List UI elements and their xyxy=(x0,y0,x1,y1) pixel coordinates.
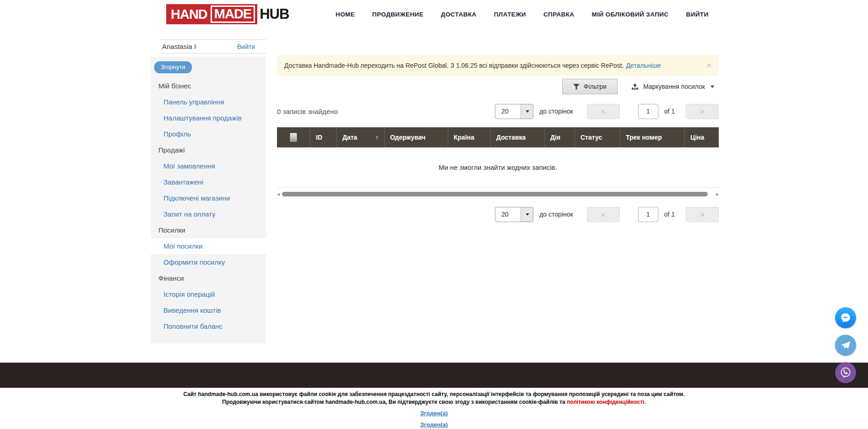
notice-text: Доставка Handmade-Hub переходить на RePo… xyxy=(284,62,624,69)
sidebar-item-withdraw-funds[interactable]: Виведення коштів xyxy=(151,302,266,318)
upload-icon xyxy=(631,83,639,90)
page-input-top[interactable] xyxy=(638,104,658,119)
caret-down-icon xyxy=(521,207,533,222)
column-header-select-all[interactable] xyxy=(277,127,310,147)
user-name: Anastasia I xyxy=(162,43,196,50)
scroll-right-icon[interactable]: ▸ xyxy=(716,191,719,197)
logo-hand: HAND xyxy=(171,7,207,22)
sidebar-item-my-orders[interactable]: Мої замовлення xyxy=(151,158,266,174)
close-icon[interactable]: × xyxy=(706,61,711,70)
viber-button[interactable] xyxy=(835,362,856,383)
scrollbar-track[interactable] xyxy=(282,192,714,196)
messenger-icon xyxy=(840,312,852,324)
filters-button-label: Фільтри xyxy=(584,83,607,90)
sidebar: Згорнути Мій бізнес Панель управління На… xyxy=(151,57,266,343)
column-header-track-number[interactable]: Трек номер xyxy=(620,127,685,147)
agree-link-1[interactable]: Згоден(а) xyxy=(420,409,448,417)
page-input-bottom[interactable] xyxy=(638,207,658,222)
sidebar-item-profile[interactable]: Профіль xyxy=(151,126,266,142)
nav-item-promotion[interactable]: ПРОДВИЖЕНИЕ xyxy=(372,11,423,18)
page-of-label: of 1 xyxy=(664,211,675,218)
per-page-label: до сторінок xyxy=(539,108,573,115)
collapse-sidebar-button[interactable]: Згорнути xyxy=(154,61,192,73)
left-column: Anastasia I Вийти Згорнути Мій бізнес Па… xyxy=(151,29,266,343)
nav-item-logout[interactable]: ВИЙТИ xyxy=(686,11,709,18)
sidebar-item-create-parcel[interactable]: Оформити посилку xyxy=(151,254,266,270)
prev-page-button-bottom[interactable]: < xyxy=(587,207,620,222)
sidebar-item-sales-settings[interactable]: Налаштування продажів xyxy=(151,110,266,126)
viber-icon xyxy=(839,366,852,379)
column-header-price[interactable]: Ціна xyxy=(685,127,719,147)
sidebar-item-top-up-balance[interactable]: Поповнити баланс xyxy=(151,318,266,334)
sidebar-item-connected-shops[interactable]: Підключені магазини xyxy=(151,190,266,206)
toolbar: Фільтри Маркування посилок xyxy=(277,79,719,94)
caret-down-icon xyxy=(521,104,533,119)
parcels-table-body: Ми не змогли знайти жодних записів. xyxy=(277,147,719,188)
parcel-marking-dropdown[interactable]: Маркування посилок xyxy=(631,83,714,90)
page-of-label: of 1 xyxy=(664,108,675,115)
chevron-down-icon xyxy=(711,86,714,88)
cookie-notice: Сайт handmade-hub.com.ua використовує фа… xyxy=(0,391,868,429)
page-size-select-bottom[interactable]: 20 xyxy=(495,207,533,222)
scrollbar-thumb[interactable] xyxy=(282,192,708,196)
prev-page-button-top[interactable]: < xyxy=(587,104,620,119)
logo-hub: HUB xyxy=(257,4,289,24)
logout-link[interactable]: Вийти xyxy=(237,43,255,50)
sort-asc-icon[interactable]: ↑ xyxy=(375,134,379,141)
column-header-status[interactable]: Статус xyxy=(575,127,620,147)
next-page-button-bottom[interactable]: > xyxy=(686,207,719,222)
footer-bar xyxy=(0,363,868,388)
sidebar-item-my-parcels[interactable]: Мої посилки xyxy=(151,238,266,254)
sidebar-item-payment-request[interactable]: Запит на оплату xyxy=(151,206,266,222)
horizontal-scrollbar: ◂ ▸ xyxy=(277,191,719,197)
cookie-line-1: Сайт handmade-hub.com.ua використовує фа… xyxy=(0,391,868,398)
top-header: HAND MADE HUB HOME ПРОДВИЖЕНИЕ ДОСТАВКА … xyxy=(0,0,868,29)
column-header-country[interactable]: Країна xyxy=(448,127,491,147)
pagination-bottom-row: 20 до сторінок < of 1 > xyxy=(277,206,719,222)
nav-item-help[interactable]: СПРАВКА xyxy=(543,11,575,18)
nav-item-home[interactable]: HOME xyxy=(336,11,355,18)
agree-link-2[interactable]: Згоден(а) xyxy=(420,421,448,429)
main-nav: HOME ПРОДВИЖЕНИЕ ДОСТАВКА ПЛАТЕЖИ СПРАВК… xyxy=(336,0,709,29)
nav-item-delivery[interactable]: ДОСТАВКА xyxy=(441,11,477,18)
telegram-button[interactable] xyxy=(835,335,856,356)
cookie-line-2: Продовжуючи користуватися сайтом handmad… xyxy=(0,398,868,406)
sidebar-section-sales: Продажі xyxy=(151,142,266,158)
filter-icon xyxy=(573,84,580,90)
cookie-line-2-text: Продовжуючи користуватися сайтом handmad… xyxy=(222,399,567,405)
privacy-policy-link[interactable]: політикою конфіденційності. xyxy=(567,399,646,405)
next-page-button-top[interactable]: > xyxy=(686,104,719,119)
page-size-select-top[interactable]: 20 xyxy=(495,104,533,119)
notice-details-link[interactable]: Детальніше xyxy=(626,62,661,69)
sidebar-item-uploaded[interactable]: Завантажені xyxy=(151,174,266,190)
telegram-icon xyxy=(840,339,852,351)
sidebar-item-dashboard[interactable]: Панель управління xyxy=(151,94,266,110)
pagination-top: 20 до сторінок < of 1 > xyxy=(495,104,719,119)
social-buttons xyxy=(835,307,856,383)
site-logo[interactable]: HAND MADE HUB xyxy=(166,4,289,24)
column-header-date[interactable]: Дата ↑ xyxy=(337,127,385,147)
column-header-date-label: Дата xyxy=(342,134,357,141)
results-row: 0 записів знайдено 20 до сторінок < of 1… xyxy=(277,102,719,120)
user-box: Anastasia I Вийти xyxy=(159,39,266,54)
results-count: 0 записів знайдено xyxy=(277,108,338,115)
select-all-checkbox[interactable] xyxy=(290,133,297,142)
pagination-bottom: 20 до сторінок < of 1 > xyxy=(495,207,719,222)
main-content: Доставка Handmade-Hub переходить на RePo… xyxy=(277,29,719,222)
column-header-delivery[interactable]: Доставка xyxy=(491,127,545,147)
logo-red-block: HAND MADE xyxy=(166,4,257,24)
per-page-label: до сторінок xyxy=(539,211,573,218)
sidebar-item-transaction-history[interactable]: Історія операцій xyxy=(151,286,266,302)
filters-button[interactable]: Фільтри xyxy=(562,79,618,94)
nav-item-payments[interactable]: ПЛАТЕЖИ xyxy=(494,11,526,18)
messenger-button[interactable] xyxy=(835,307,856,328)
logo-made: MADE xyxy=(211,5,255,23)
sidebar-section-parcels: Посилки xyxy=(151,222,266,238)
column-header-recipient[interactable]: Одержувач xyxy=(385,127,448,147)
sidebar-section-my-business: Мій бізнес xyxy=(151,78,266,94)
page-size-value: 20 xyxy=(495,104,521,119)
nav-item-account[interactable]: МІЙ ОБЛІКОВИЙ ЗАПИС xyxy=(592,11,669,18)
scroll-left-icon[interactable]: ◂ xyxy=(277,191,280,197)
column-header-action[interactable]: Дія xyxy=(545,127,575,147)
column-header-id[interactable]: ID xyxy=(310,127,337,147)
